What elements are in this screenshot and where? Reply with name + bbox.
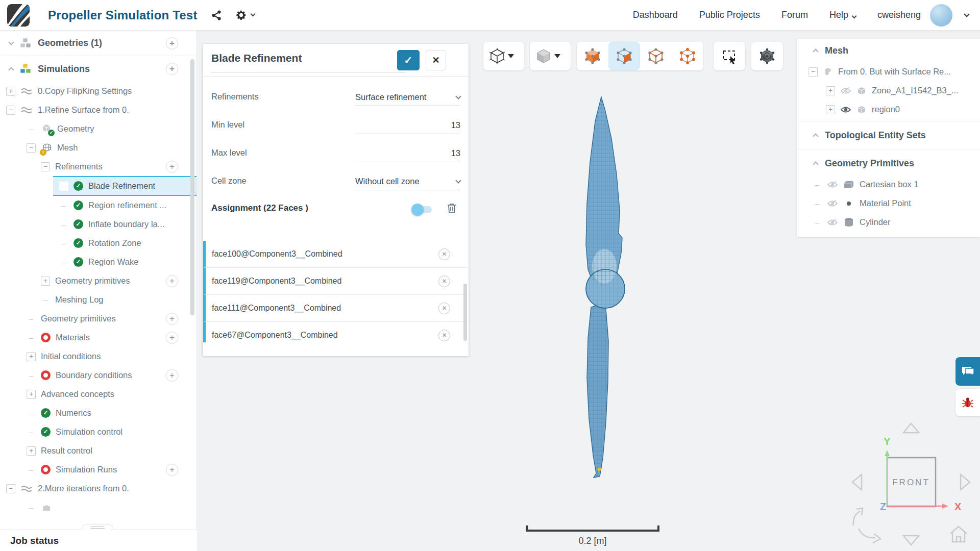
expand-icon[interactable]: + — [41, 277, 50, 286]
tree-item[interactable]: – Region refinement ... — [53, 196, 197, 215]
nav-dashboard[interactable]: Dashboard — [633, 10, 678, 20]
remove-face-button[interactable]: ✕ — [438, 303, 450, 314]
geometry-primitives-header[interactable]: Geometry Primitives — [797, 152, 980, 175]
face-list-item[interactable]: face111@Component3__Combined ✕ — [203, 295, 469, 322]
collapse-icon[interactable]: − — [41, 162, 50, 171]
gizmo-arrow-left[interactable] — [852, 474, 862, 490]
add-boundary-condition-button[interactable]: + — [166, 369, 178, 382]
add-refinement-button[interactable]: + — [166, 161, 178, 173]
nav-forum[interactable]: Forum — [781, 10, 808, 20]
scene-tree-item[interactable]: − From 0. But with Surface Re... — [797, 62, 980, 81]
remove-face-button[interactable]: ✕ — [438, 330, 450, 341]
tree-item[interactable]: – Geometry primitives + — [0, 309, 197, 328]
scene-tree-item[interactable]: – Material Point — [797, 194, 980, 213]
section-geometries[interactable]: Geometries (1) + — [0, 31, 197, 56]
collapse-icon[interactable]: − — [6, 106, 15, 115]
collapse-icon[interactable]: − — [6, 484, 15, 493]
add-simulation-run-button[interactable]: + — [166, 464, 178, 476]
tree-item[interactable]: + Initial conditions — [0, 347, 197, 366]
render-mode-dropdown[interactable] — [530, 42, 571, 70]
tree-item[interactable]: + Advanced concepts — [0, 385, 197, 404]
gizmo-home-button[interactable] — [950, 527, 967, 542]
face-list-item[interactable]: face67@Component3__Combined ✕ — [203, 322, 469, 342]
select-vertex-button[interactable] — [672, 42, 703, 70]
job-status-bar[interactable]: Job status — [0, 530, 197, 551]
job-status-drag-handle[interactable] — [82, 524, 113, 530]
eye-hidden-icon[interactable] — [827, 218, 838, 227]
tree-item[interactable]: – Simulation control — [0, 422, 197, 441]
close-button[interactable]: ✕ — [426, 50, 446, 70]
tree-item[interactable]: − ! Mesh — [0, 138, 197, 157]
tree-item[interactable]: – Boundary conditions + — [0, 366, 197, 385]
eye-visible-icon[interactable] — [840, 106, 851, 114]
remove-face-button[interactable]: ✕ — [438, 276, 450, 287]
tree-item[interactable]: – Rotation Zone — [53, 234, 197, 253]
min-level-input[interactable]: 13 — [355, 117, 460, 134]
tree-item-selected[interactable]: – Blade Refinement — [53, 176, 197, 196]
tree-item[interactable]: – ✓ Geometry — [0, 119, 197, 138]
eye-hidden-icon[interactable] — [840, 87, 851, 95]
tree-item[interactable]: + Geometry primitives + — [0, 271, 197, 290]
add-simulation-button[interactable]: + — [166, 63, 178, 75]
section-simulations[interactable]: Simulations + — [0, 56, 197, 82]
scene-tree-item[interactable]: + region0 — [797, 100, 980, 119]
box-select-button[interactable] — [714, 42, 745, 70]
report-bug-button[interactable] — [955, 389, 980, 416]
tree-item[interactable]: + 0.Copy FilipKing Settings — [0, 82, 197, 101]
tree-item-partial[interactable]: – — [0, 498, 197, 517]
support-chat-button[interactable] — [955, 357, 980, 386]
topological-sets-header[interactable]: Topological Entity Sets — [797, 123, 980, 147]
gizmo-arrow-down[interactable] — [903, 536, 919, 545]
expand-icon[interactable]: + — [27, 390, 36, 399]
tree-item[interactable]: – Materials + — [0, 328, 197, 347]
avatar[interactable] — [930, 4, 952, 27]
max-level-input[interactable]: 13 — [355, 145, 460, 162]
gizmo-rotate-control[interactable] — [853, 508, 880, 543]
nav-help[interactable]: Help — [829, 10, 856, 20]
expand-icon[interactable]: + — [6, 87, 15, 96]
navigation-gizmo[interactable]: FRONT Y X Z — [832, 418, 980, 550]
mesh-section-header[interactable]: Mesh — [797, 39, 980, 62]
select-edge-button[interactable] — [640, 42, 672, 70]
tree-item[interactable]: + Result control — [0, 441, 197, 460]
cell-zone-select[interactable]: Without cell zone — [355, 173, 460, 190]
project-settings-button[interactable] — [235, 9, 255, 21]
chevron-down-icon[interactable] — [964, 11, 969, 17]
nav-username[interactable]: cweisheng — [877, 10, 921, 20]
collapse-icon[interactable]: − — [808, 67, 818, 77]
scene-tree-item[interactable]: – Cartesian box 1 — [797, 175, 980, 194]
nav-public-projects[interactable]: Public Projects — [699, 10, 760, 20]
add-geometry-button[interactable]: + — [166, 37, 178, 49]
collapse-icon[interactable]: − — [27, 143, 36, 153]
expand-icon[interactable]: + — [27, 446, 36, 456]
tree-item[interactable]: – Numerics — [0, 404, 197, 422]
tree-item[interactable]: – Simulation Runs + — [0, 460, 197, 479]
scene-tree-item[interactable]: – Cylinder — [797, 213, 980, 232]
add-primitive-button[interactable]: + — [166, 275, 178, 287]
expand-icon[interactable]: + — [826, 86, 835, 95]
delete-assignment-button[interactable] — [446, 202, 457, 216]
view-orientation-dropdown[interactable] — [483, 42, 524, 70]
sidebar-scrollbar[interactable] — [190, 59, 194, 315]
gizmo-arrow-up[interactable] — [903, 423, 919, 433]
expand-icon[interactable]: + — [27, 352, 36, 361]
refinements-select[interactable]: Surface refinement — [355, 89, 460, 106]
mesh-quality-button[interactable] — [751, 42, 783, 70]
tree-item[interactable]: – Region Wake — [53, 253, 197, 271]
gizmo-arrow-right[interactable] — [961, 474, 970, 490]
add-material-button[interactable]: + — [166, 332, 178, 344]
face-list-item[interactable]: face119@Component3__Combined ✕ — [203, 268, 469, 295]
scene-tree-item[interactable]: + Zone_A1_I1542_B3_... — [797, 81, 980, 100]
tree-item[interactable]: − 1.Refine Surface from 0. — [0, 101, 197, 119]
select-face-button[interactable] — [608, 42, 640, 70]
face-list-item[interactable]: face100@Component3__Combined ✕ — [203, 241, 469, 268]
app-logo[interactable] — [7, 4, 30, 27]
tree-item[interactable]: − Refinements + — [0, 157, 197, 176]
assignment-toggle[interactable] — [413, 206, 432, 213]
eye-hidden-icon[interactable] — [827, 199, 838, 208]
apply-button[interactable]: ✓ — [397, 50, 420, 70]
remove-face-button[interactable]: ✕ — [438, 248, 450, 260]
tree-item[interactable]: – Inflate boundary la... — [53, 215, 197, 234]
tree-item[interactable]: − 2.More iterations from 0. — [0, 479, 197, 498]
face-list-scrollbar[interactable] — [463, 284, 467, 341]
